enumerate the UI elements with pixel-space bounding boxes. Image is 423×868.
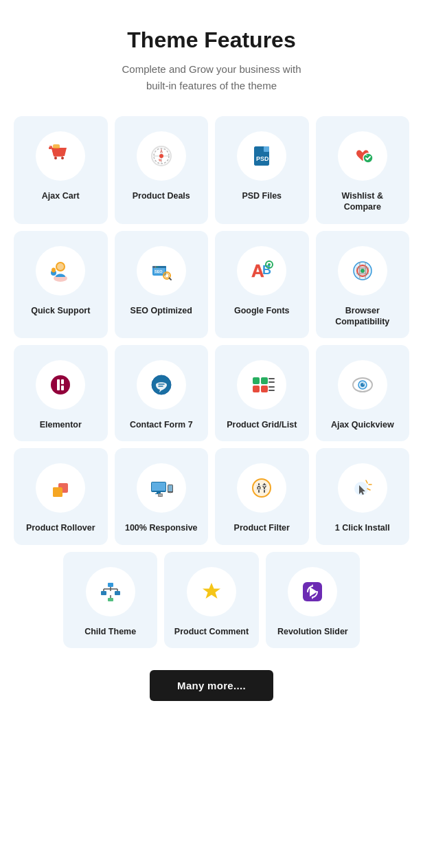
product-comment-label: Product Comment [174, 626, 249, 637]
cf7-label: Contact Form 7 [130, 419, 193, 430]
google-fonts-icon-circle: A A B [237, 246, 286, 296]
svg-point-62 [363, 383, 364, 385]
svg-point-3 [61, 157, 64, 159]
feature-quick-support: Quick Support [14, 231, 108, 339]
svg-point-21 [52, 267, 56, 272]
child-icon [98, 579, 124, 605]
ajax-cart-icon-circle [36, 131, 85, 181]
psd-files-label: PSD Files [242, 190, 282, 201]
feature-product-rollover: Product Rollover [14, 448, 108, 544]
svg-marker-99 [203, 583, 220, 599]
1-click-install-label: 1 Click Install [335, 522, 390, 533]
feature-child-theme: Child Theme [63, 552, 157, 648]
svg-point-18 [57, 263, 64, 270]
svg-point-25 [153, 266, 155, 267]
elementor-icon [47, 372, 73, 398]
wishlist-icon [350, 143, 376, 169]
feature-ajax-quickview: Ajax Quickview [316, 345, 410, 441]
feature-product-grid-list: Product Grid/List [215, 345, 309, 441]
svg-rect-51 [261, 377, 268, 384]
svg-line-87 [366, 480, 367, 483]
product-grid-list-label: Product Grid/List [227, 419, 297, 430]
seo-icon: SEO [148, 258, 174, 284]
feature-product-filter: Product Filter [215, 448, 309, 544]
svg-point-30 [165, 274, 169, 278]
feature-contact-form-7: Contact Form 7 [115, 345, 209, 441]
svg-rect-44 [61, 379, 64, 384]
product-rollover-label: Product Rollover [26, 522, 95, 533]
child-theme-icon-circle [86, 567, 135, 616]
svg-rect-50 [253, 377, 260, 384]
rollover-icon [47, 475, 73, 501]
ajax-quickview-label: Ajax Quickview [331, 419, 394, 430]
svg-rect-45 [61, 386, 64, 390]
svg-rect-84 [256, 485, 267, 486]
quick-support-icon-circle [36, 246, 85, 296]
wishlist-compare-icon-circle [338, 131, 387, 181]
svg-point-26 [155, 266, 156, 267]
svg-point-27 [157, 266, 158, 267]
seo-optimized-label: SEO Optimized [130, 305, 192, 316]
click-install-icon-circle [338, 463, 387, 513]
revolution-icon [299, 579, 325, 605]
svg-rect-68 [157, 492, 161, 493]
gridlist-icon-circle [237, 360, 286, 410]
feature-1-click-install: 1 Click Install [316, 448, 410, 544]
google-fonts-label: Google Fonts [234, 305, 290, 316]
svg-rect-53 [261, 386, 268, 392]
svg-point-41 [361, 269, 365, 273]
ajax-cart-label: Ajax Cart [42, 190, 80, 201]
svg-point-75 [160, 496, 161, 497]
svg-line-31 [169, 278, 171, 280]
support-icon [47, 258, 73, 284]
product-comment-icon-circle [187, 567, 236, 616]
svg-rect-74 [159, 494, 162, 496]
cf7-icon [148, 372, 174, 398]
child-theme-label: Child Theme [84, 626, 136, 637]
product-filter-label: Product Filter [234, 522, 290, 533]
filter-icon-circle [237, 463, 286, 513]
feature-seo-optimized: SEO SEO Optimized [115, 231, 209, 339]
revolution-slider-label: Revolution Slider [277, 626, 348, 637]
quickview-icon-circle [338, 360, 387, 410]
svg-rect-24 [152, 266, 166, 268]
svg-text:%: % [159, 158, 162, 162]
svg-rect-85 [256, 489, 267, 490]
feature-revolution-slider: Revolution Slider [266, 552, 360, 648]
svg-point-2 [54, 157, 57, 159]
responsive-icon [148, 475, 174, 501]
feature-browser-compat: Browser Compatibility [316, 231, 410, 339]
svg-rect-67 [152, 482, 165, 491]
feature-ajax-cart: Ajax Cart [14, 116, 108, 224]
svg-rect-0 [49, 147, 52, 149]
gridlist-icon [249, 372, 275, 398]
svg-rect-1 [53, 144, 60, 148]
features-grid-row3: Elementor Contact Form 7 [14, 345, 409, 441]
feature-wishlist-compare: Wishlist & Compare [316, 116, 410, 224]
feature-google-fonts: A A B Google Fonts [215, 231, 309, 339]
svg-rect-43 [57, 379, 60, 390]
click-icon [350, 475, 376, 501]
svg-point-42 [51, 375, 70, 394]
svg-point-72 [170, 492, 171, 493]
svg-rect-97 [108, 598, 113, 601]
svg-rect-71 [168, 485, 172, 491]
features-grid-row2: Quick Support SEO SEO Optimized [14, 231, 409, 339]
psd-files-icon-circle: PSD [237, 131, 286, 181]
feature-product-comment: Product Comment [164, 552, 258, 648]
features-grid-row5: Child Theme Product Comment [63, 552, 360, 648]
svg-rect-90 [108, 583, 113, 587]
many-more-button[interactable]: Many more.... [150, 670, 273, 701]
svg-rect-12 [264, 146, 269, 152]
psd-icon: PSD [249, 143, 275, 169]
feature-responsive: 100% Responsive [115, 448, 209, 544]
browser-compat-label: Browser Compatibility [323, 305, 403, 328]
product-deals-label: Product Deals [133, 190, 190, 201]
deals-icon: % [148, 143, 174, 169]
star-icon [198, 579, 225, 605]
features-grid-row4: Product Rollover 100% Responsive [14, 448, 409, 544]
cart-icon [47, 143, 73, 169]
svg-rect-91 [101, 591, 106, 595]
revolution-slider-icon-circle [288, 567, 337, 616]
rollover-icon-circle [36, 463, 85, 513]
